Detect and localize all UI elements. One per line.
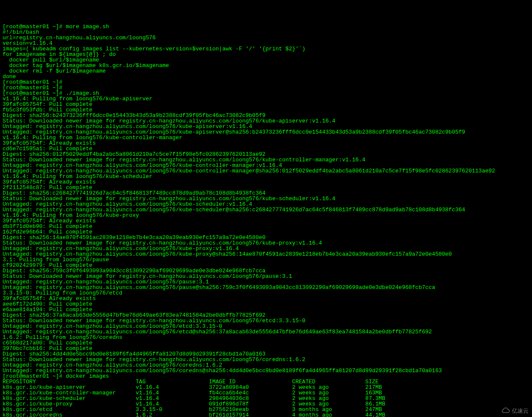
terminal-output[interactable]: [root@master01 ~]# more image.sh#!/bin/b… bbox=[3, 24, 529, 417]
terminal-line: url=registry.cn-hangzhou.aliyuncs.com/lo… bbox=[3, 35, 529, 41]
cloud-icon bbox=[501, 407, 510, 414]
terminal-line: docker rmi -f $url/$imagename bbox=[3, 68, 529, 74]
watermark-text: 亿速云 bbox=[512, 408, 529, 414]
watermark-logo: 亿速云 bbox=[501, 407, 529, 414]
terminal-line: [root@master01 ~]# more image.sh bbox=[3, 24, 529, 29]
terminal-line: k8s.gcr.io/coredns 1.6.2 bf261d157914 4 … bbox=[3, 412, 529, 417]
terminal-line: [root@master01 ~]# bbox=[3, 79, 529, 85]
terminal-line: done bbox=[3, 74, 529, 79]
